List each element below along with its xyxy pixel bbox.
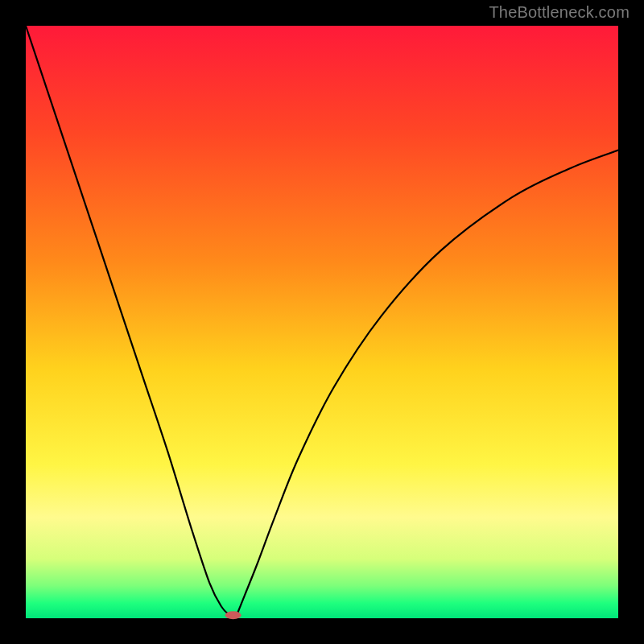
plot-background [26, 26, 618, 618]
chart-frame: TheBottleneck.com [0, 0, 644, 644]
minimum-marker [225, 611, 242, 619]
bottleneck-chart [0, 0, 644, 644]
watermark-text: TheBottleneck.com [489, 3, 630, 22]
